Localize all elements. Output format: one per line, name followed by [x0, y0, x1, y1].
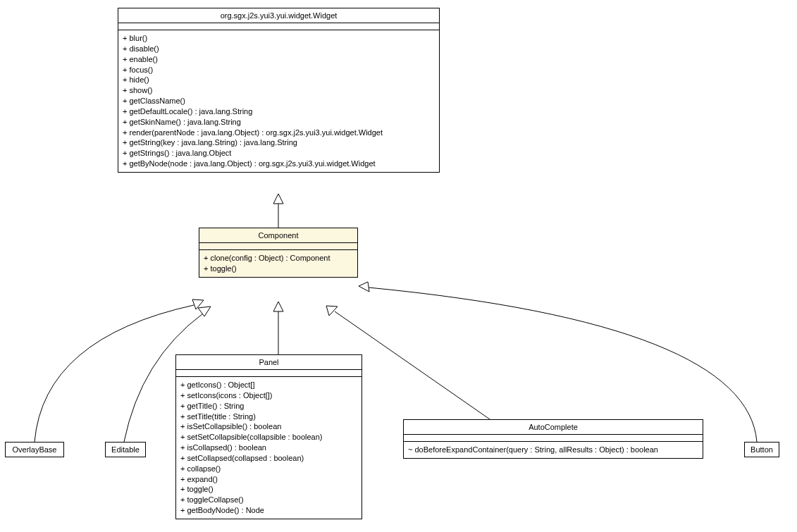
class-title: AutoComplete: [404, 420, 703, 435]
class-attrs: [118, 23, 439, 30]
class-component: Component + clone(config : Object) : Com…: [199, 228, 358, 278]
op: + clone(config : Object) : Component: [204, 253, 353, 264]
op: + getBodyNode() : Node: [180, 505, 357, 516]
class-button: Button: [744, 442, 779, 457]
class-widget: org.sgx.j2s.yui3.yui.widget.Widget + blu…: [118, 8, 440, 173]
op: + expand(): [180, 474, 357, 485]
op: + hide(): [123, 75, 435, 85]
op: + collapse(): [180, 464, 357, 474]
svg-marker-4: [192, 299, 204, 309]
op: + render(parentNode : java.lang.Object) …: [123, 128, 435, 138]
class-editable: Editable: [105, 442, 146, 457]
op: + show(): [123, 85, 435, 96]
svg-marker-1: [273, 194, 283, 204]
op: + getByNode(node : java.lang.Object) : o…: [123, 159, 435, 169]
class-attrs: [404, 435, 703, 442]
class-ops: + blur() + disable() + enable() + focus(…: [118, 30, 439, 172]
class-panel: Panel + getIcons() : Object[] + setIcons…: [175, 354, 362, 519]
op: + enable(): [123, 54, 435, 65]
op: + getSkinName() : java.lang.String: [123, 117, 435, 128]
svg-marker-5: [198, 307, 211, 316]
op: + setCollapsed(collapsed : boolean): [180, 453, 357, 464]
class-attrs: [199, 243, 357, 250]
op: + getClassName(): [123, 96, 435, 106]
op: + toggle(): [204, 264, 353, 274]
op: + setIcons(icons : Object[]): [180, 390, 357, 401]
class-overlaybase: OverlayBase: [5, 442, 64, 457]
class-title: Component: [199, 228, 357, 243]
class-attrs: [176, 370, 362, 377]
op: + getDefaultLocale() : java.lang.String: [123, 106, 435, 117]
op: + setTitle(title : String): [180, 412, 357, 422]
op: + setSetCollapsible(collapsible : boolea…: [180, 432, 357, 443]
class-title: Panel: [176, 355, 362, 370]
class-ops: ~ doBeforeExpandContainer(query : String…: [404, 442, 703, 458]
op: + getString(key : java.lang.String) : ja…: [123, 137, 435, 148]
class-ops: + clone(config : Object) : Component + t…: [199, 250, 357, 277]
op: + toggleCollapse(): [180, 495, 357, 505]
op: + toggle(): [180, 484, 357, 495]
op: + isCollapsed() : boolean: [180, 443, 357, 453]
class-autocomplete: AutoComplete ~ doBeforeExpandContainer(q…: [403, 419, 703, 459]
op: + blur(): [123, 33, 435, 44]
svg-marker-7: [326, 306, 338, 316]
op: + focus(): [123, 65, 435, 75]
svg-marker-3: [273, 302, 283, 311]
class-title: OverlayBase: [6, 443, 63, 457]
class-title: Button: [745, 443, 779, 457]
class-title: org.sgx.j2s.yui3.yui.widget.Widget: [118, 8, 439, 23]
class-title: Editable: [106, 443, 145, 457]
op: + getStrings() : java.lang.Object: [123, 148, 435, 159]
op: + disable(): [123, 44, 435, 54]
class-ops: + getIcons() : Object[] + setIcons(icons…: [176, 377, 362, 519]
op: + getIcons() : Object[]: [180, 380, 357, 390]
op: ~ doBeforeExpandContainer(query : String…: [408, 445, 698, 455]
op: + getTitle() : String: [180, 401, 357, 412]
op: + isSetCollapsible() : boolean: [180, 421, 357, 432]
svg-marker-8: [359, 282, 369, 292]
